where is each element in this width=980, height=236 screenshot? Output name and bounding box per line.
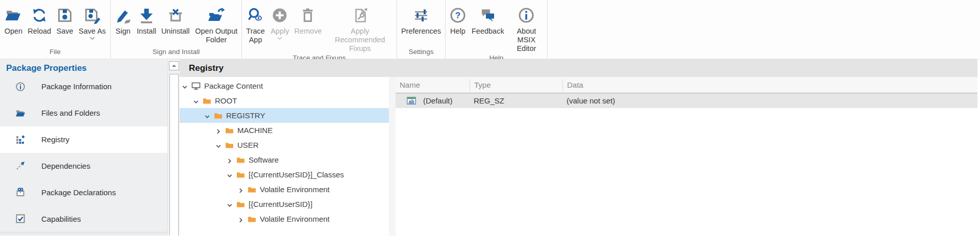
sidebar-item-files-and-folders[interactable]: Files and Folders [0,100,167,126]
tree-item-label: REGISTRY [226,111,265,120]
column-header-type[interactable]: Type [470,79,562,91]
chevron-down-icon[interactable] [182,83,188,89]
sidebar-item-dependencies[interactable]: Dependencies [0,153,167,179]
column-header-data[interactable]: Data [562,79,977,91]
group-label-file: File [0,48,110,59]
open-output-folder-button[interactable]: Open Output Folder [192,3,241,45]
apply-recommended-fixups-icon [351,4,369,27]
tree-item-currentusersid-classes[interactable]: [{CurrentUserSID}]_Classes [180,167,389,182]
column-header-name[interactable]: Name [396,81,470,89]
ribbon-group-settings: Preferences Settings [397,0,446,59]
sidebar-title: Package Properties [0,59,167,73]
tree-item-user[interactable]: USER [180,138,389,152]
preferences-label: Preferences [401,27,441,36]
help-button[interactable]: ? Help [447,3,469,37]
chevron-right-icon[interactable] [238,187,244,193]
save-label: Save [57,27,74,36]
feedback-button[interactable]: Feedback [469,3,507,37]
reload-icon [31,4,48,27]
sidebar-item-capabilities[interactable]: Capabilities [0,205,167,232]
chevron-right-icon[interactable] [238,216,244,222]
save-as-dropdown-chevron-icon[interactable] [90,37,95,40]
sign-button[interactable]: Sign [112,3,134,37]
uninstall-icon [167,4,184,27]
open-label: Open [5,27,22,36]
ribbon-group-settings-buttons: Preferences [397,0,445,48]
chevron-down-icon[interactable] [215,142,222,148]
tree-item-volatile-environment-2[interactable]: Volatile Environment [180,212,389,226]
sidebar-package-properties: Package Properties Package Information F… [0,59,167,235]
open-folder-icon [5,4,22,27]
tree-grid-splitter[interactable] [389,77,396,235]
tree-item-package-content[interactable]: Package Content [180,78,389,93]
sidebar-item-package-information[interactable]: Package Information [0,73,167,100]
value-name-cell: ab (Default) [396,96,470,105]
install-button[interactable]: Install [134,3,159,37]
tree-item-currentusersid[interactable]: [{CurrentUserSID}] [180,197,389,212]
remove-trash-icon [299,4,316,27]
save-as-button[interactable]: Save As [76,3,108,41]
sidebar-item-registry[interactable]: Registry [0,126,167,153]
about-msix-editor-label: About MSIX Editor [509,27,544,53]
help-question-icon: ? [449,4,467,27]
chevron-down-icon[interactable] [227,201,233,207]
open-output-folder-label: Open Output Folder [195,27,238,44]
reg-string-icon: ab [407,97,416,104]
folder-icon [248,216,256,223]
about-info-icon [518,4,535,27]
chevron-down-icon[interactable] [204,113,210,119]
files-folders-icon [15,108,26,118]
sign-label: Sign [115,27,130,36]
trace-app-label: Trace App [246,27,265,44]
sidebar-item-label: Package Information [41,82,112,91]
scrollbar-up-arrow-icon[interactable] [169,61,179,70]
folder-icon [214,112,223,119]
chevron-down-icon[interactable] [227,172,233,178]
tree-item-software[interactable]: Software [180,152,389,167]
remove-button[interactable]: Remove [291,3,324,37]
folder-icon [236,156,245,164]
apply-button[interactable]: Apply [268,3,291,41]
chevron-right-icon[interactable] [215,127,222,134]
chevron-right-icon[interactable] [227,157,233,163]
registry-value-row[interactable]: ab (Default) REG_SZ (value not set) [396,93,977,108]
save-button[interactable]: Save [54,3,76,37]
tree-item-volatile-environment-1[interactable]: Volatile Environment [180,182,389,197]
tree-item-machine[interactable]: MACHINE [180,123,389,138]
tree-item-label: USER [237,141,259,149]
uninstall-button[interactable]: Uninstall [159,3,192,37]
install-arrow-icon [138,4,155,27]
reload-button[interactable]: Reload [25,3,54,37]
install-label: Install [137,27,156,36]
ribbon-group-sign-install-buttons: Sign Install Uninstall Open Output Folde… [111,0,241,48]
feedback-label: Feedback [472,27,504,36]
folder-icon [248,186,256,193]
registry-panel-body: Package Content ROOT REGISTRY MACHINE [180,77,977,235]
value-type-cell: REG_SZ [470,96,562,105]
preferences-button[interactable]: Preferences [399,3,444,37]
about-msix-editor-button[interactable]: About MSIX Editor [507,3,546,54]
tree-item-root[interactable]: ROOT [180,93,389,108]
reload-label: Reload [28,27,51,36]
ribbon-group-trace-fixups-buttons: Trace App Apply Remove [242,0,397,54]
sidebar-item-label: Dependencies [41,162,90,170]
scrollbar-thumb[interactable] [169,74,179,235]
sidebar-scrollbar[interactable] [167,59,180,235]
monitor-icon [191,82,201,90]
grid-header-row: Name Type Data [396,77,977,93]
apply-recommended-fixups-button[interactable]: Apply Recommended Fixups [324,3,396,54]
ribbon-toolbar: Open Reload Save Save As [0,0,980,59]
sidebar-item-label: Files and Folders [41,109,100,117]
value-name: (Default) [423,96,453,105]
svg-text:ab: ab [408,98,414,104]
apply-dropdown-chevron-icon[interactable] [277,37,282,40]
sidebar-item-package-declarations[interactable]: Package Declarations [0,179,167,205]
ribbon-group-file-buttons: Open Reload Save Save As [0,0,110,48]
tree-item-registry[interactable]: REGISTRY [180,108,389,123]
open-button[interactable]: Open [2,3,25,37]
trace-app-button[interactable]: Trace App [243,3,268,45]
ribbon-group-help: ? Help Feedback About MSIX Editor Help [446,0,548,59]
apply-plus-icon [271,4,288,27]
chevron-down-icon[interactable] [193,98,199,104]
sidebar-footer-strip [0,232,167,235]
